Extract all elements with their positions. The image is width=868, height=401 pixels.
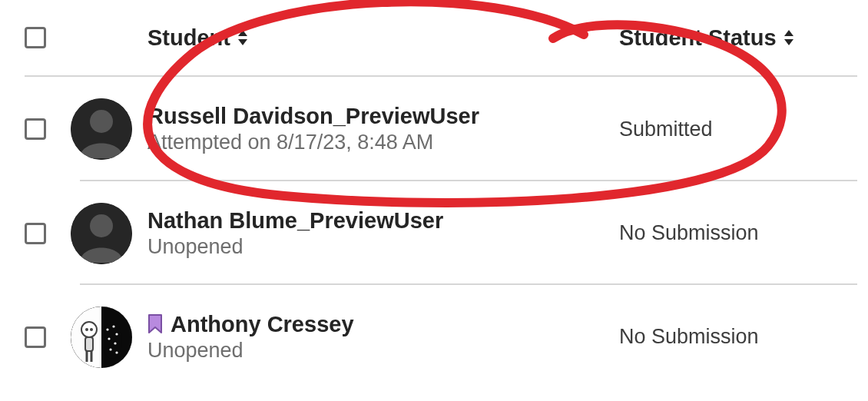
student-subtext: Unopened: [147, 339, 619, 363]
svg-point-7: [85, 328, 88, 331]
table-header-row: Student Student Status: [25, 0, 857, 77]
sort-icon: [783, 29, 795, 46]
svg-point-14: [112, 325, 114, 327]
column-header-status-label: Student Status: [619, 25, 777, 51]
svg-point-8: [90, 328, 93, 331]
select-all-checkbox[interactable]: [25, 27, 46, 48]
svg-rect-9: [85, 337, 93, 351]
svg-point-15: [115, 333, 118, 335]
avatar: [71, 98, 132, 160]
student-name: Nathan Blume_PreviewUser: [147, 208, 619, 234]
svg-point-16: [108, 337, 110, 340]
status-text: No Submission: [619, 325, 759, 349]
column-header-student-label: Student: [147, 25, 230, 51]
svg-point-1: [90, 110, 113, 133]
svg-point-12: [102, 322, 122, 359]
student-subtext: Attempted on 8/17/23, 8:48 AM: [147, 131, 619, 154]
student-subtext: Unopened: [147, 235, 619, 259]
svg-point-18: [109, 348, 111, 350]
status-text: No Submission: [619, 221, 759, 245]
bookmark-icon: [147, 314, 163, 334]
svg-point-3: [90, 214, 113, 237]
row-checkbox[interactable]: [25, 326, 46, 348]
student-name: Anthony Cressey: [147, 312, 619, 337]
table-row[interactable]: Anthony Cressey Unopened No Submission: [25, 285, 857, 389]
column-header-student[interactable]: Student: [147, 25, 619, 51]
svg-point-17: [114, 342, 116, 344]
row-checkbox[interactable]: [25, 223, 46, 244]
svg-point-19: [115, 351, 118, 353]
student-name-text: Russell Davidson_PreviewUser: [147, 104, 479, 129]
student-name: Russell Davidson_PreviewUser: [147, 104, 619, 129]
column-header-status[interactable]: Student Status: [619, 25, 795, 51]
avatar: [71, 203, 132, 264]
table-row[interactable]: Nathan Blume_PreviewUser Unopened No Sub…: [25, 181, 857, 285]
svg-point-6: [81, 322, 97, 337]
row-checkbox[interactable]: [25, 118, 46, 140]
sort-icon: [237, 29, 249, 46]
svg-point-13: [106, 328, 108, 330]
student-name-text: Nathan Blume_PreviewUser: [147, 208, 443, 234]
student-name-text: Anthony Cressey: [171, 312, 354, 337]
status-text: Submitted: [619, 118, 713, 141]
table-row[interactable]: Russell Davidson_PreviewUser Attempted o…: [25, 77, 857, 181]
avatar: [71, 307, 132, 368]
